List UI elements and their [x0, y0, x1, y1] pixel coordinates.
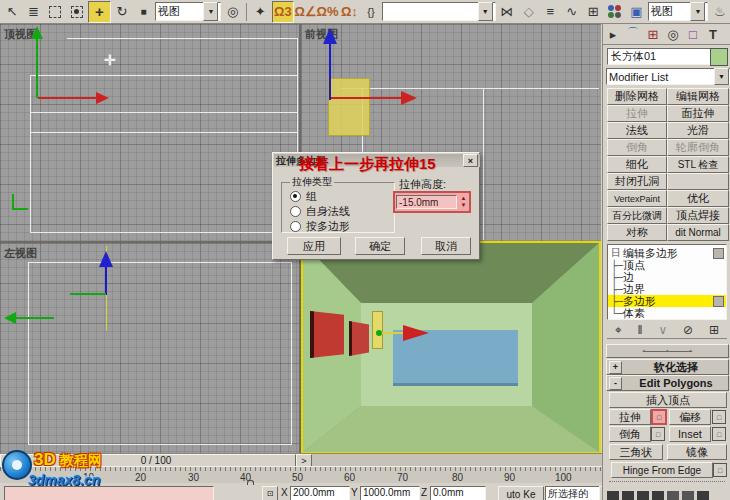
show-end-result-icon[interactable]: ‖: [638, 323, 643, 337]
partial-rollout-header[interactable]: · ─ ─ · ─ ─ ·: [606, 344, 729, 358]
angle-snap-icon[interactable]: Ω∠: [295, 2, 316, 22]
vertex-weld-button[interactable]: 顶点焊接: [667, 207, 729, 224]
stl-check-button[interactable]: STL 检查: [667, 156, 729, 173]
face-extrude-button[interactable]: 面拉伸: [667, 105, 729, 122]
named-selection-set-dropdown[interactable]: ▼: [382, 2, 496, 21]
tab-motion-icon[interactable]: ◎: [663, 24, 683, 44]
x-coord-field[interactable]: 200.0mm: [290, 486, 350, 500]
mirror-button[interactable]: 镜像: [667, 444, 727, 460]
snap-toggle-icon[interactable]: Ω3: [272, 1, 295, 23]
stack-element-row[interactable]: └─体素: [608, 307, 726, 319]
render-type-dropdown[interactable]: 视图 ▼: [648, 2, 709, 21]
object-color-swatch[interactable]: [710, 48, 728, 66]
soft-selection-rollout[interactable]: + 软化选择: [606, 359, 729, 375]
scale-tool-icon[interactable]: ■: [133, 2, 154, 22]
modifier-stack-list[interactable]: 日 编辑多边形 ├─顶点 ├─边 ├─边界 ├─ 多边形 └─体素: [607, 244, 727, 320]
apply-button[interactable]: 应用: [287, 237, 341, 255]
bevel-button[interactable]: 倒角: [609, 426, 651, 442]
insert-vertex-button[interactable]: 插入顶点: [609, 392, 727, 408]
z-coord-field[interactable]: 0.0mm: [430, 486, 486, 500]
inset-button[interactable]: Inset: [669, 426, 711, 442]
symmetry-button[interactable]: 对称: [607, 224, 667, 241]
dropdown-arrow-icon[interactable]: ▼: [714, 68, 729, 85]
tab-display-icon[interactable]: □: [683, 24, 703, 44]
tessellate-button[interactable]: 细化: [607, 156, 667, 173]
tab-hierarchy-icon[interactable]: ⊞: [643, 24, 663, 44]
extrude-height-spinner[interactable]: -15.0mm ▲ ▼: [393, 191, 471, 213]
clipped-icon[interactable]: [607, 491, 619, 500]
percent-snap-mod-button[interactable]: 百分比微调: [607, 207, 667, 224]
align-icon[interactable]: ◇: [518, 2, 539, 22]
clipped-icon[interactable]: [682, 491, 694, 500]
vertexpaint-button[interactable]: VertexPaint: [607, 190, 667, 207]
spinner-snap-icon[interactable]: Ω↕: [339, 2, 360, 22]
select-and-manipulate-icon[interactable]: ✦: [250, 2, 271, 22]
plus-icon[interactable]: +: [609, 361, 622, 374]
material-editor-icon[interactable]: [605, 2, 626, 22]
delete-mesh-button[interactable]: 删除网格: [607, 88, 667, 105]
offset-button[interactable]: 偏移: [669, 409, 711, 425]
viewport-top[interactable]: 顶视图 ✛: [0, 24, 301, 243]
spin-up-icon[interactable]: ▲: [458, 195, 469, 202]
spin-down-icon[interactable]: ▼: [458, 202, 469, 209]
minus-icon[interactable]: -: [609, 377, 622, 390]
dropdown-arrow-icon[interactable]: ▼: [690, 2, 705, 21]
tab-utilities-icon[interactable]: T: [703, 24, 723, 44]
move-tool-icon[interactable]: +: [88, 1, 111, 23]
radio-by-polygon-row[interactable]: 按多边形: [290, 219, 394, 234]
cap-holes-button[interactable]: 封闭孔洞: [607, 173, 667, 190]
crossing-selection-icon[interactable]: [67, 2, 88, 22]
y-coord-field[interactable]: 1000.0mm: [360, 486, 420, 500]
select-by-name-icon[interactable]: ≣: [24, 2, 45, 22]
quick-render-icon[interactable]: ♨: [709, 2, 730, 22]
offset-settings-icon[interactable]: □: [712, 410, 726, 424]
tab-modify-icon[interactable]: ⌒: [623, 24, 643, 44]
radio-by-polygon-icon[interactable]: [290, 221, 301, 232]
clipped-icon[interactable]: [652, 491, 664, 500]
mirror-icon[interactable]: ⋈: [497, 2, 518, 22]
inset-settings-icon[interactable]: □: [712, 427, 726, 441]
clipped-icon[interactable]: [697, 491, 709, 500]
triangulate-button[interactable]: 三角状: [609, 444, 663, 460]
radio-local-normal-icon[interactable]: [290, 206, 301, 217]
dropdown-arrow-icon[interactable]: ▼: [203, 2, 218, 21]
rect-selection-region-icon[interactable]: [45, 2, 66, 22]
extrude-height-field[interactable]: -15.0mm: [396, 195, 457, 209]
smooth-button[interactable]: 光滑: [667, 122, 729, 139]
extrude-button[interactable]: 拉伸: [609, 409, 651, 425]
optimize-button[interactable]: 优化: [667, 190, 729, 207]
collapse-icon[interactable]: 日: [611, 246, 621, 260]
spinner-arrows[interactable]: ▲ ▼: [458, 195, 469, 209]
extrude-settings-icon[interactable]: □: [651, 409, 667, 425]
reference-coordinate-dropdown[interactable]: 视图 ▼: [155, 2, 222, 21]
hinge-from-edge-button[interactable]: Hinge From Edge: [611, 462, 713, 478]
edit-normal-button[interactable]: dit Normal: [667, 224, 729, 241]
make-unique-icon[interactable]: ∨: [658, 323, 667, 337]
clipped-icon[interactable]: [667, 491, 679, 500]
render-setup-icon[interactable]: ▣: [626, 2, 647, 22]
radio-group-icon[interactable]: [290, 191, 301, 202]
viewport-left[interactable]: 左视图: [0, 243, 301, 453]
normal-button[interactable]: 法线: [607, 122, 667, 139]
schematic-view-icon[interactable]: ⊞: [583, 2, 604, 22]
percent-snap-icon[interactable]: Ω%: [317, 2, 338, 22]
remove-modifier-icon[interactable]: ⊘: [683, 323, 693, 337]
auto-key-button[interactable]: uto Ke: [498, 486, 544, 500]
radio-local-normal-row[interactable]: 自身法线: [290, 204, 394, 219]
bevel-settings-icon[interactable]: □: [651, 427, 665, 441]
rotate-tool-icon[interactable]: ↻: [112, 2, 133, 22]
modifier-list-dropdown[interactable]: Modifier List ▼: [606, 68, 730, 85]
edit-polygons-rollout[interactable]: - Edit Polygons: [606, 375, 729, 391]
select-icon[interactable]: ↖: [2, 2, 23, 22]
clipped-icon[interactable]: [622, 491, 634, 500]
clipped-icon[interactable]: [637, 491, 649, 500]
hinge-settings-icon[interactable]: □: [713, 463, 727, 477]
configure-modifier-sets-icon[interactable]: ⊞: [709, 323, 719, 337]
layer-manager-icon[interactable]: ≡: [540, 2, 561, 22]
viewport-perspective[interactable]: [301, 241, 601, 454]
dropdown-arrow-icon[interactable]: ▼: [478, 2, 493, 21]
edit-mesh-button[interactable]: 编辑网格: [667, 88, 729, 105]
absolute-mode-icon[interactable]: ⊡: [262, 486, 278, 500]
object-name-field[interactable]: 长方体01: [607, 48, 713, 65]
curve-editor-icon[interactable]: ∿: [561, 2, 582, 22]
